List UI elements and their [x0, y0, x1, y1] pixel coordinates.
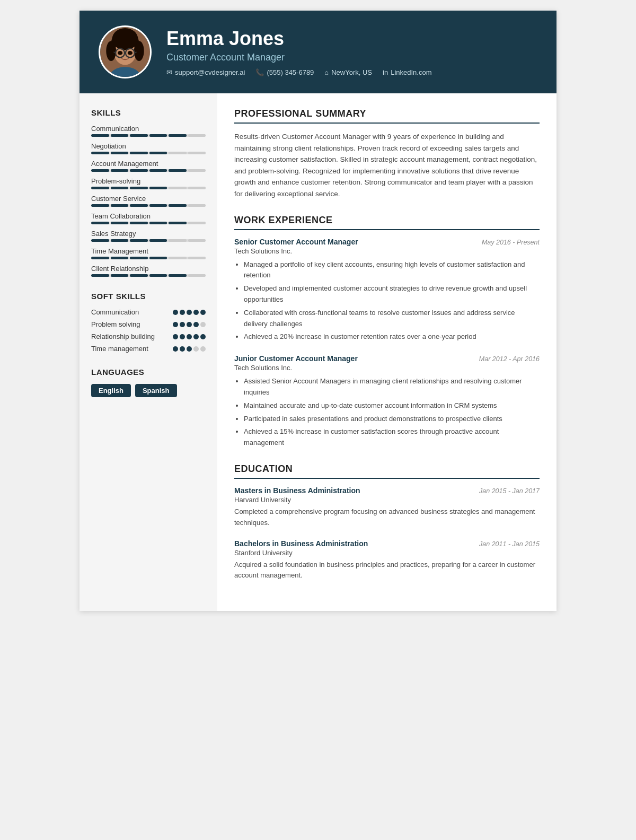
skill-segment	[149, 152, 167, 154]
skill-bar	[91, 274, 206, 277]
resume-header: Emma Jones Customer Account Manager ✉ su…	[80, 11, 556, 93]
soft-skills-title: SOFT SKILLS	[91, 292, 206, 301]
dot	[193, 334, 199, 339]
edu-desc: Completed a comprehensive program focusi…	[234, 506, 540, 529]
skill-item: Negotiation	[91, 142, 206, 154]
skill-segment	[130, 239, 148, 242]
skill-segment	[111, 134, 129, 137]
education-item: Bachelors in Business AdministrationJan …	[234, 539, 540, 582]
soft-skill-dots	[173, 334, 206, 339]
dot	[173, 346, 178, 352]
language-tag: English	[91, 384, 131, 397]
skill-item: Time Management	[91, 247, 206, 259]
edu-dates: Jan 2011 - Jan 2015	[479, 540, 540, 548]
languages-title: LANGUAGES	[91, 368, 206, 377]
resume-container: Emma Jones Customer Account Manager ✉ su…	[80, 11, 556, 611]
skill-segment	[91, 134, 109, 137]
soft-skill-item: Time management	[91, 345, 206, 353]
svg-point-12	[128, 51, 132, 55]
skill-segment	[91, 257, 109, 259]
edu-header: Bachelors in Business AdministrationJan …	[234, 539, 540, 548]
skill-segment	[169, 134, 187, 137]
dot	[187, 322, 192, 327]
edu-school: Harvard University	[234, 496, 540, 504]
job-bullet: Developed and implemented customer accou…	[244, 283, 540, 305]
skill-segment	[149, 257, 167, 259]
svg-point-11	[118, 51, 122, 55]
skill-segment	[111, 274, 129, 277]
candidate-name: Emma Jones	[166, 28, 431, 50]
job-title: Junior Customer Account Manager	[234, 354, 358, 363]
work-title: WORK EXPERIENCE	[234, 215, 540, 230]
job-item: Senior Customer Account ManagerMay 2016 …	[234, 238, 540, 343]
skill-name: Time Management	[91, 247, 206, 255]
skill-segment	[91, 204, 109, 207]
skill-segment	[91, 187, 109, 189]
education-title: EDUCATION	[234, 463, 540, 479]
language-tags: EnglishSpanish	[91, 384, 206, 397]
skill-name: Negotiation	[91, 142, 206, 150]
dot	[193, 310, 199, 315]
skill-bar	[91, 204, 206, 207]
dot	[200, 322, 206, 327]
skill-segment	[149, 222, 167, 224]
edu-school: Stanford University	[234, 549, 540, 557]
skill-segment	[149, 274, 167, 277]
skill-segment	[169, 204, 187, 207]
skill-segment	[130, 274, 148, 277]
dot	[200, 310, 206, 315]
summary-text: Results-driven Customer Account Manager …	[234, 131, 540, 200]
job-dates: May 2016 - Present	[482, 239, 540, 246]
skill-segment	[91, 239, 109, 242]
job-bullet: Achieved a 20% increase in customer rete…	[244, 331, 540, 343]
job-dates: Mar 2012 - Apr 2016	[479, 355, 540, 363]
skill-segment	[188, 187, 206, 189]
soft-skill-item: Problem solving	[91, 320, 206, 328]
soft-skill-name: Time management	[91, 345, 173, 353]
job-title: Senior Customer Account Manager	[234, 238, 358, 246]
phone-icon: 📞	[255, 68, 264, 76]
job-bullets: Assisted Senior Account Managers in mana…	[234, 376, 540, 449]
skill-bar	[91, 134, 206, 137]
skill-segment	[130, 134, 148, 137]
skill-segment	[91, 274, 109, 277]
skill-segment	[188, 204, 206, 207]
work-section: WORK EXPERIENCE Senior Customer Account …	[234, 215, 540, 449]
skill-segment	[91, 152, 109, 154]
skill-segment	[130, 204, 148, 207]
dot	[180, 322, 185, 327]
skill-segment	[111, 222, 129, 224]
skill-segment	[130, 187, 148, 189]
skill-bar	[91, 239, 206, 242]
skill-segment	[149, 169, 167, 172]
avatar	[99, 25, 152, 78]
soft-skill-name: Problem solving	[91, 320, 173, 328]
contact-linkedin: in LinkedIn.com	[383, 68, 431, 76]
dot	[173, 310, 178, 315]
skill-name: Problem-solving	[91, 177, 206, 185]
edu-header: Masters in Business AdministrationJan 20…	[234, 486, 540, 495]
soft-skill-item: Communication	[91, 308, 206, 316]
resume-main: PROFESSIONAL SUMMARY Results-driven Cust…	[217, 93, 556, 611]
contact-location: ⌂ NewYork, US	[324, 68, 372, 76]
resume-sidebar: SKILLS CommunicationNegotiationAccount M…	[80, 93, 217, 611]
skill-item: Team Collaboration	[91, 212, 206, 224]
resume-body: SKILLS CommunicationNegotiationAccount M…	[80, 93, 556, 611]
job-company: Tech Solutions Inc.	[234, 247, 540, 255]
skill-segment	[111, 204, 129, 207]
soft-skills-section: SOFT SKILLS CommunicationProblem solving…	[91, 292, 206, 353]
dot	[200, 334, 206, 339]
skill-item: Account Management	[91, 160, 206, 172]
skill-name: Account Management	[91, 160, 206, 168]
job-bullet: Achieved a 15% increase in customer sati…	[244, 426, 540, 449]
skill-segment	[169, 152, 187, 154]
skill-segment	[149, 239, 167, 242]
skill-name: Communication	[91, 125, 206, 133]
soft-skill-dots	[173, 346, 206, 352]
skill-segment	[188, 134, 206, 137]
edu-degree: Bachelors in Business Administration	[234, 539, 368, 548]
dot	[193, 322, 199, 327]
skill-segment	[169, 274, 187, 277]
dot	[180, 346, 185, 352]
skill-segment	[111, 152, 129, 154]
